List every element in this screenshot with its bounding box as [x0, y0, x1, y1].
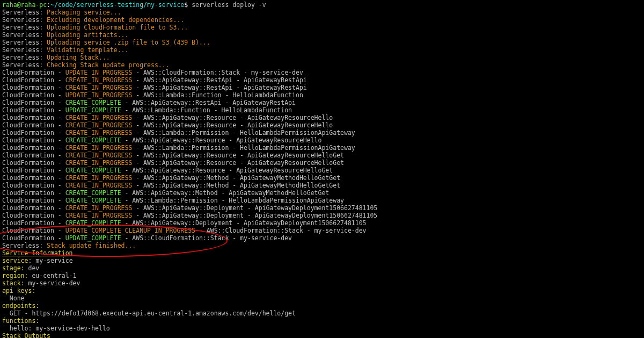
- cf-event: CloudFormation - CREATE_IN_PROGRESS - AW…: [2, 159, 642, 167]
- sls-step: Serverless: Packaging service...: [2, 9, 642, 16]
- info-endpoints-key: endpoints:: [2, 302, 642, 310]
- cf-event: CloudFormation - CREATE_IN_PROGRESS - AW…: [2, 152, 642, 159]
- cf-event: CloudFormation - CREATE_IN_PROGRESS - AW…: [2, 212, 642, 219]
- cf-event: CloudFormation - CREATE_COMPLETE - AWS::…: [2, 167, 642, 174]
- prompt-line: raha@raha-pc:~/code/serverless-testing/m…: [2, 1, 642, 9]
- cf-event: CloudFormation - CREATE_IN_PROGRESS - AW…: [2, 182, 642, 189]
- sls-step: Serverless: Uploading CloudFormation fil…: [2, 24, 642, 31]
- sls-step: Serverless: Excluding development depend…: [2, 16, 642, 24]
- cf-event: CloudFormation - CREATE_IN_PROGRESS - AW…: [2, 114, 642, 121]
- cf-event: CloudFormation - UPDATE_IN_PROGRESS - AW…: [2, 69, 642, 76]
- sls-step: Serverless: Uploading service .zip file …: [2, 39, 642, 46]
- info-functions-val: hello: my-service-dev-hello: [2, 325, 642, 332]
- info-apikeys-key: api keys:: [2, 287, 642, 294]
- cf-event: CloudFormation - CREATE_IN_PROGRESS - AW…: [2, 174, 642, 182]
- cf-event: CloudFormation - UPDATE_IN_PROGRESS - AW…: [2, 91, 642, 99]
- cf-event: CloudFormation - CREATE_IN_PROGRESS - AW…: [2, 204, 642, 212]
- info-endpoint: GET - https://defo17d068.execute-api.eu-…: [2, 310, 642, 317]
- sls-step: Serverless: Validating template...: [2, 46, 642, 54]
- sls-step: Serverless: Uploading artifacts...: [2, 31, 642, 39]
- cf-event: CloudFormation - CREATE_IN_PROGRESS - AW…: [2, 84, 642, 91]
- info-service: service: my-service: [2, 257, 642, 264]
- cf-event: CloudFormation - CREATE_COMPLETE - AWS::…: [2, 99, 642, 106]
- cf-event: CloudFormation - UPDATE_COMPLETE - AWS::…: [2, 234, 642, 242]
- sls-step: Serverless: Checking Stack update progre…: [2, 61, 642, 69]
- cf-event: CloudFormation - UPDATE_COMPLETE - AWS::…: [2, 106, 642, 114]
- cf-event: CloudFormation - UPDATE_COMPLETE_CLEANUP…: [2, 227, 642, 234]
- cf-event: CloudFormation - CREATE_IN_PROGRESS - AW…: [2, 144, 642, 152]
- info-stage: stage: dev: [2, 264, 642, 272]
- info-region: region: eu-central-1: [2, 272, 642, 279]
- service-info-header: Service Information: [2, 249, 642, 257]
- sls-step: Serverless: Updating Stack...: [2, 54, 642, 61]
- cf-event: CloudFormation - CREATE_COMPLETE - AWS::…: [2, 219, 642, 227]
- info-stack: stack: my-service-dev: [2, 279, 642, 287]
- cf-event: CloudFormation - CREATE_IN_PROGRESS - AW…: [2, 76, 642, 84]
- cf-event: CloudFormation - CREATE_COMPLETE - AWS::…: [2, 197, 642, 204]
- sls-finished: Serverless: Stack update finished...: [2, 242, 642, 249]
- info-functions-key: functions:: [2, 317, 642, 325]
- info-apikeys-val: None: [2, 294, 642, 302]
- terminal[interactable]: raha@raha-pc:~/code/serverless-testing/m…: [2, 1, 642, 338]
- cf-event: CloudFormation - CREATE_IN_PROGRESS - AW…: [2, 129, 642, 136]
- cf-event: CloudFormation - CREATE_COMPLETE - AWS::…: [2, 136, 642, 144]
- cf-event: CloudFormation - CREATE_COMPLETE - AWS::…: [2, 189, 642, 197]
- stack-outputs-header: Stack Outputs: [2, 332, 642, 338]
- cf-event: CloudFormation - CREATE_IN_PROGRESS - AW…: [2, 121, 642, 129]
